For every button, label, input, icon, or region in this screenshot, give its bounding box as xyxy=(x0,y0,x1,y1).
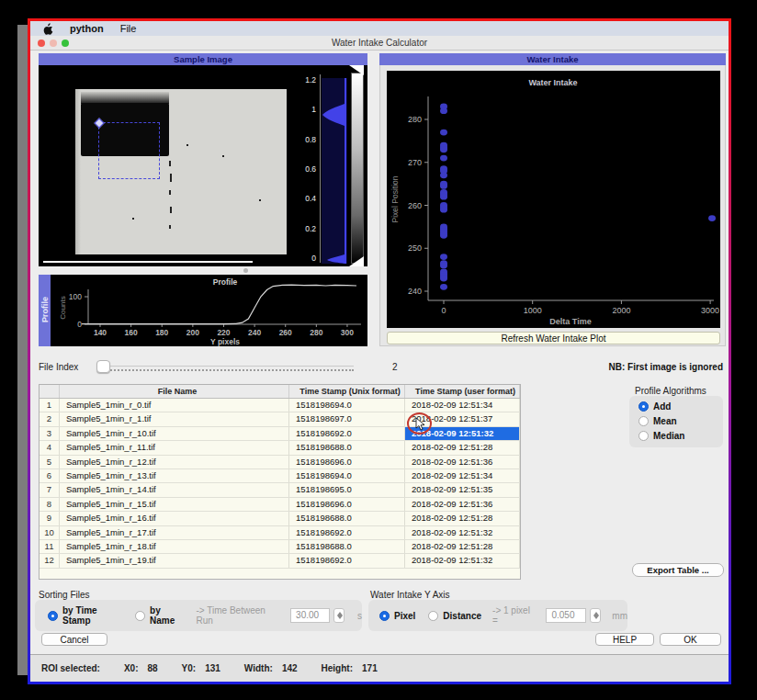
table-row[interactable]: 5Sample5_1min_r_12.tif1518198696.02018-0… xyxy=(40,456,520,469)
roi-height-value: 171 xyxy=(362,663,378,673)
radio-option[interactable]: Add xyxy=(638,401,723,412)
colorbar-tick: 0.4 xyxy=(296,194,316,203)
table-row[interactable]: 12Sample5_1min_r_19.tif1518198692.02018-… xyxy=(40,554,520,568)
svg-text:Y pixels: Y pixels xyxy=(210,337,240,346)
profile-algorithms-box: AddMeanMedian xyxy=(629,396,723,447)
table-cell[interactable]: 2018-02-09 12:51:36 xyxy=(405,498,520,511)
table-row[interactable]: 4Sample5_1min_r_11.tif1518198688.02018-0… xyxy=(40,441,520,455)
radio-icon[interactable] xyxy=(428,611,438,621)
svg-text:220: 220 xyxy=(217,328,230,337)
colorbar-tick: 1.2 xyxy=(296,75,316,85)
histogram-lut[interactable]: 1.210.80.60.40.20 xyxy=(296,65,367,266)
table-row[interactable]: 10Sample5_1min_r_17.tif1518198692.02018-… xyxy=(40,526,520,540)
profile-algorithms-radios[interactable]: AddMeanMedian xyxy=(638,401,723,441)
file-table[interactable]: File Name Time Stamp (Unix format) Time … xyxy=(39,384,521,580)
minimize-window-icon[interactable] xyxy=(50,40,57,47)
radio-icon[interactable] xyxy=(135,611,145,621)
water-intake-panel-title: Water Intake xyxy=(379,53,726,65)
profile-panel-side: Profile xyxy=(39,275,51,346)
zoom-window-icon[interactable] xyxy=(62,40,69,47)
water-intake-y-axis-box: PixelDistance -> 1 pixel = 0.050 mm xyxy=(368,600,627,631)
sorting-files-radios[interactable]: by Time Stampby Name xyxy=(48,605,184,626)
roi-y0-value: 131 xyxy=(205,663,220,673)
radio-option[interactable]: Mean xyxy=(638,416,723,426)
radio-label: Add xyxy=(653,401,671,412)
colorbar-tick: 0.6 xyxy=(296,164,316,174)
sample-image-view[interactable] xyxy=(75,89,287,254)
table-cell[interactable]: 2018-02-09 12:51:32 xyxy=(405,554,520,567)
table-cell[interactable]: 2018-02-09 12:51:28 xyxy=(405,512,520,525)
svg-text:0: 0 xyxy=(441,306,446,315)
title-bar[interactable]: Water Intake Calculator xyxy=(30,36,729,51)
water-intake-y-axis-radios[interactable]: PixelDistance xyxy=(379,611,481,621)
table-cell[interactable]: 2018-02-09 12:51:34 xyxy=(405,399,520,412)
svg-text:260: 260 xyxy=(408,201,422,210)
file-index-value: 2 xyxy=(392,362,398,372)
menu-item-file[interactable]: File xyxy=(120,23,137,34)
table-cell[interactable]: 2018-02-09 12:51:36 xyxy=(405,456,520,469)
svg-text:Profile: Profile xyxy=(213,277,238,287)
table-row[interactable]: 11Sample5_1min_r_18.tif1518198688.02018-… xyxy=(40,540,520,554)
refresh-water-intake-button[interactable]: Refresh Water Intake Plot xyxy=(387,332,720,344)
roi-x0-label: X0: xyxy=(124,663,139,673)
water-intake-plot[interactable]: Water Intake2802702602502400100020003000… xyxy=(387,71,720,328)
radio-option[interactable]: by Name xyxy=(135,605,183,626)
file-index-track-line[interactable] xyxy=(104,366,354,367)
menu-item-python[interactable]: python xyxy=(70,23,104,34)
pixel-scale-input[interactable]: 0.050 xyxy=(546,608,586,623)
close-window-icon[interactable] xyxy=(38,40,45,47)
radio-option[interactable]: Distance xyxy=(428,611,481,621)
time-between-run-input[interactable]: 30.00 xyxy=(290,608,330,623)
radio-option[interactable]: Median xyxy=(638,431,723,441)
pixel-scale-label: -> 1 pixel = xyxy=(492,605,535,626)
table-row[interactable]: 6Sample5_1min_r_13.tif1518198694.02018-0… xyxy=(40,469,520,483)
svg-text:3000: 3000 xyxy=(701,306,719,315)
radio-icon[interactable] xyxy=(638,416,649,426)
table-cell[interactable]: 2018-02-09 12:51:28 xyxy=(405,540,520,553)
radio-option[interactable]: Pixel xyxy=(379,611,415,621)
ok-button[interactable]: OK xyxy=(660,633,721,646)
file-index-track[interactable] xyxy=(104,369,354,371)
radio-label: Mean xyxy=(653,416,677,426)
roi-x0-value: 88 xyxy=(147,663,157,673)
table-cell[interactable]: 2018-02-09 12:51:35 xyxy=(405,483,520,496)
apple-menu-icon[interactable] xyxy=(43,23,53,35)
profile-algorithms-label: Profile Algorithms xyxy=(635,386,706,396)
table-cell[interactable]: 2018-02-09 12:51:28 xyxy=(405,441,520,454)
radio-selected-icon[interactable] xyxy=(379,611,390,621)
lut-top-handle[interactable] xyxy=(349,65,364,75)
profile-panel: Profile Profile1000140160180200220240260… xyxy=(39,275,367,346)
col-file-name: File Name xyxy=(60,385,289,398)
table-row[interactable]: 3Sample5_1min_r_10.tif1518198692.02018-0… xyxy=(40,427,520,441)
sample-left-edge xyxy=(75,89,81,254)
time-between-run-stepper[interactable] xyxy=(333,608,345,623)
radio-label: by Time Stamp xyxy=(62,605,120,626)
help-button[interactable]: HELP xyxy=(595,633,654,646)
cancel-button[interactable]: Cancel xyxy=(41,633,107,646)
radio-icon[interactable] xyxy=(638,431,649,441)
svg-text:2000: 2000 xyxy=(612,306,630,315)
export-table-button[interactable]: Export Table ... xyxy=(632,563,724,577)
table-row[interactable]: 2Sample5_1min_r_1.tif1518198697.02018-02… xyxy=(40,412,520,426)
colorbar-tick: 0.2 xyxy=(296,224,316,233)
file-table-body[interactable]: 1Sample5_1min_r_0.tif1518198694.02018-02… xyxy=(40,399,520,569)
table-row[interactable]: 7Sample5_1min_r_14.tif1518198695.02018-0… xyxy=(40,483,520,497)
profile-plot[interactable]: Profile1000140160180200220240260280300Y … xyxy=(51,275,367,346)
table-row[interactable]: 9Sample5_1min_r_16.tif1518198688.02018-0… xyxy=(40,512,520,525)
splitter-handle[interactable] xyxy=(243,268,248,273)
file-index-slider-thumb[interactable] xyxy=(96,360,110,373)
pixel-scale-stepper[interactable] xyxy=(590,608,601,623)
radio-selected-icon[interactable] xyxy=(638,401,649,412)
image-scrollbar[interactable] xyxy=(43,261,253,263)
window-title: Water Intake Calculator xyxy=(30,36,729,50)
table-row[interactable]: 8Sample5_1min_r_15.tif1518198696.02018-0… xyxy=(40,498,520,512)
svg-text:Delta Time: Delta Time xyxy=(549,317,591,326)
table-row[interactable]: 1Sample5_1min_r_0.tif1518198694.02018-02… xyxy=(40,399,520,412)
svg-text:1000: 1000 xyxy=(524,306,542,315)
table-cell[interactable]: 2018-02-09 12:51:34 xyxy=(405,469,520,482)
roi-rectangle[interactable] xyxy=(98,122,160,179)
radio-option[interactable]: by Time Stamp xyxy=(48,605,120,626)
radio-selected-icon[interactable] xyxy=(48,611,58,621)
lut-bottom-handle[interactable] xyxy=(349,256,364,266)
table-cell[interactable]: 2018-02-09 12:51:32 xyxy=(405,526,520,539)
